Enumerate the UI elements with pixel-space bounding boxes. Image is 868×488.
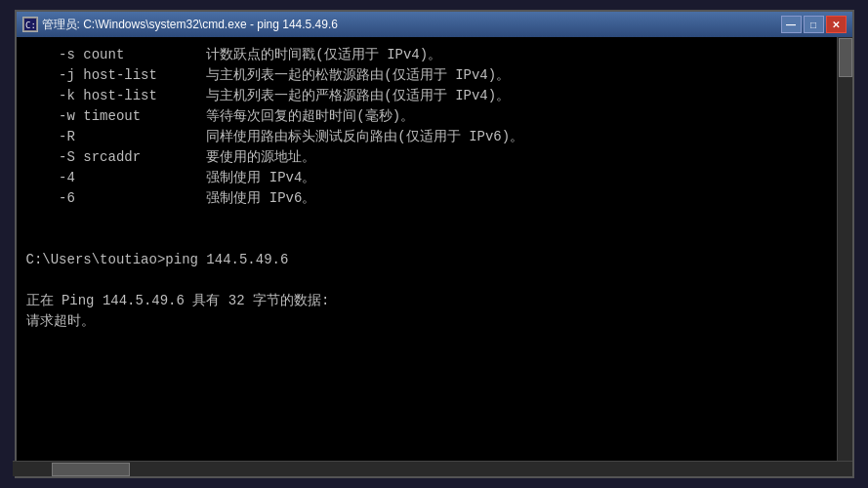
- scrollbar-thumb[interactable]: [839, 38, 852, 77]
- console-line: 请求超时。: [26, 311, 843, 332]
- console-line: -j host-list 与主机列表一起的松散源路由(仅适用于 IPv4)。: [26, 65, 843, 86]
- window-title: 管理员: C:\Windows\system32\cmd.exe - ping …: [42, 17, 338, 33]
- console-line: [26, 209, 843, 229]
- svg-text:C:: C:: [25, 20, 36, 30]
- console-line: -s count 计数跃点的时间戳(仅适用于 IPv4)。: [26, 45, 843, 65]
- console-line: C:\Users\toutiao>ping 144.5.49.6: [26, 250, 843, 270]
- console-output: -s count 计数跃点的时间戳(仅适用于 IPv4)。 -j host-li…: [17, 37, 852, 476]
- console-line: [26, 229, 843, 250]
- vertical-scrollbar[interactable]: [837, 37, 852, 461]
- close-button[interactable]: ✕: [826, 16, 847, 33]
- title-bar-left: C: 管理员: C:\Windows\system32\cmd.exe - pi…: [22, 17, 338, 33]
- console-line: -k host-list 与主机列表一起的严格源路由(仅适用于 IPv4)。: [26, 86, 843, 106]
- console-line: -S srcaddr 要使用的源地址。: [26, 147, 843, 168]
- window-controls: — □ ✕: [781, 16, 847, 33]
- console-line: -6 强制使用 IPv6。: [26, 188, 843, 209]
- h-scrollbar-thumb[interactable]: [52, 463, 130, 476]
- console-line: -w timeout 等待每次回复的超时时间(毫秒)。: [26, 106, 843, 127]
- console-line: 正在 Ping 144.5.49.6 具有 32 字节的数据:: [26, 291, 843, 311]
- console-line: -R 同样使用路由标头测试反向路由(仅适用于 IPv6)。: [26, 127, 843, 147]
- cmd-window: C: 管理员: C:\Windows\system32\cmd.exe - pi…: [15, 10, 854, 478]
- console-line: [26, 270, 843, 291]
- cmd-icon: C:: [22, 17, 38, 32]
- maximize-button[interactable]: □: [804, 16, 824, 33]
- title-bar: C: 管理员: C:\Windows\system32\cmd.exe - pi…: [17, 12, 852, 37]
- minimize-button[interactable]: —: [781, 16, 802, 33]
- console-line: -4 强制使用 IPv4。: [26, 168, 843, 188]
- horizontal-scrollbar[interactable]: [13, 461, 852, 476]
